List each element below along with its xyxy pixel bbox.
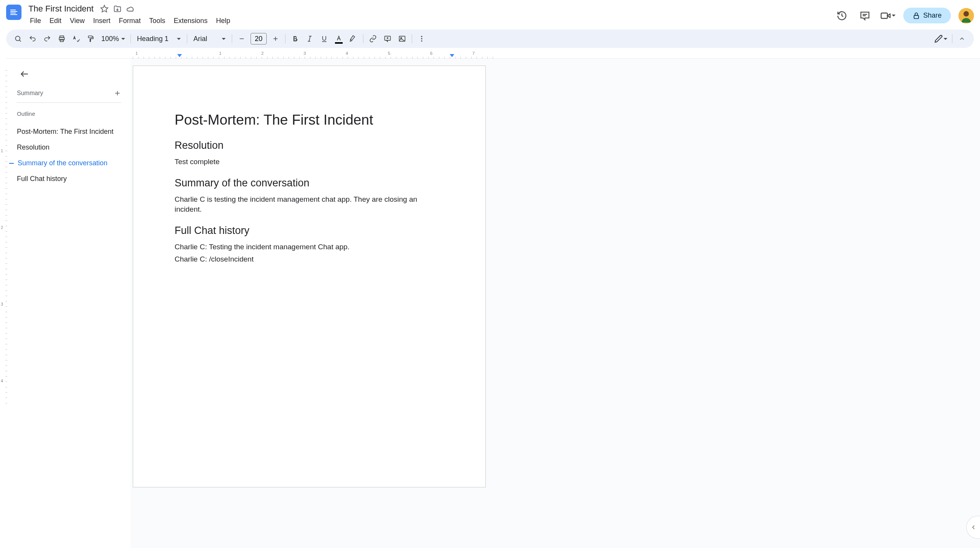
font-size-input[interactable] [251, 33, 267, 44]
arrow-left-icon [20, 69, 30, 79]
paragraph[interactable]: Charlie C is testing the incident manage… [175, 194, 444, 215]
history-icon[interactable] [834, 8, 850, 23]
svg-point-6 [964, 11, 969, 16]
text-color-button[interactable] [332, 32, 345, 45]
ruler-tick: 5 [388, 51, 390, 56]
outline-item[interactable]: Post-Mortem: The First Incident [17, 124, 121, 140]
chevron-down-icon [121, 38, 125, 40]
pencil-icon [934, 35, 943, 43]
separator [130, 34, 131, 43]
zoom-value: 100% [101, 35, 119, 43]
redo-icon[interactable] [41, 32, 54, 45]
zoom-select[interactable]: 100% [99, 35, 127, 43]
italic-button[interactable] [303, 32, 316, 45]
close-outline-button[interactable] [17, 66, 32, 82]
font-family-select[interactable]: Arial [190, 35, 229, 43]
ruler-tick: 6 [430, 51, 432, 56]
spellcheck-icon[interactable] [70, 32, 83, 45]
search-icon[interactable] [12, 32, 25, 45]
cloud-status-icon[interactable] [126, 4, 135, 13]
ruler-tick: 1 [135, 51, 138, 56]
menu-format[interactable]: Format [115, 15, 145, 26]
ruler-tick: 4 [346, 51, 348, 56]
menu-edit[interactable]: Edit [46, 15, 65, 26]
insert-image-button[interactable] [396, 32, 409, 45]
svg-point-27 [421, 40, 422, 41]
paragraph[interactable]: Charlie C: Testing the incident manageme… [175, 242, 444, 252]
text-color-swatch [335, 42, 343, 44]
menu-help[interactable]: Help [212, 15, 234, 26]
more-options-button[interactable] [415, 32, 428, 45]
meet-button[interactable] [880, 8, 896, 23]
outline-item[interactable]: Resolution [17, 140, 121, 155]
account-avatar[interactable] [959, 8, 974, 23]
separator [232, 34, 232, 43]
menu-extensions[interactable]: Extensions [170, 15, 211, 26]
summary-heading: Summary [17, 90, 43, 97]
move-icon[interactable] [113, 4, 122, 13]
paint-format-icon[interactable] [84, 32, 97, 45]
paragraph[interactable]: Charlie C: /closeIncident [175, 254, 444, 265]
heading-title[interactable]: Post-Mortem: The First Incident [175, 112, 444, 128]
undo-icon[interactable] [26, 32, 39, 45]
share-label: Share [923, 12, 942, 20]
add-comment-button[interactable] [381, 32, 394, 45]
paragraph[interactable]: Test complete [175, 157, 444, 167]
menu-file[interactable]: File [26, 15, 45, 26]
collapse-toolbar-button[interactable] [955, 32, 968, 45]
indent-marker-right[interactable] [450, 54, 454, 57]
document-title[interactable]: The First Incident [26, 3, 96, 15]
star-icon[interactable] [100, 4, 109, 13]
font-size-decrease[interactable] [235, 32, 248, 45]
separator [412, 34, 412, 43]
ruler-tick: 1 [219, 51, 221, 56]
menu-tools[interactable]: Tools [145, 15, 169, 26]
editing-mode-button[interactable] [933, 35, 949, 43]
add-summary-button[interactable] [114, 89, 121, 97]
document-canvas[interactable]: Post-Mortem: The First Incident Resoluti… [130, 59, 980, 548]
insert-link-button[interactable] [366, 32, 379, 45]
svg-rect-4 [914, 15, 919, 18]
highlight-color-button[interactable] [347, 32, 360, 45]
heading-resolution[interactable]: Resolution [175, 140, 444, 151]
svg-line-18 [309, 36, 310, 41]
separator [187, 34, 187, 43]
paragraph-style-select[interactable]: Heading 1 [134, 35, 184, 43]
heading-summary[interactable]: Summary of the conversation [175, 177, 444, 189]
svg-point-25 [421, 36, 422, 37]
bold-button[interactable] [289, 32, 302, 45]
menu-insert[interactable]: Insert [89, 15, 114, 26]
ruler-tick: 2 [261, 51, 264, 56]
outline-item-label: Resolution [17, 143, 49, 151]
chevron-down-icon [222, 38, 226, 40]
page[interactable]: Post-Mortem: The First Incident Resoluti… [133, 66, 486, 487]
outline-heading: Outline [17, 110, 121, 117]
outline-item[interactable]: Summary of the conversation [17, 155, 121, 171]
plus-icon [114, 89, 121, 97]
ruler-tick: 3 [304, 51, 306, 56]
comments-icon[interactable] [857, 8, 873, 23]
menu-view[interactable]: View [66, 15, 89, 26]
docs-logo[interactable] [6, 5, 21, 20]
share-button[interactable]: Share [903, 8, 951, 23]
svg-marker-0 [101, 5, 108, 12]
ruler-tick: 7 [472, 51, 475, 56]
toolbar: 100% Heading 1 Arial [6, 30, 974, 48]
heading-chat-history[interactable]: Full Chat history [175, 225, 444, 237]
print-icon[interactable] [55, 32, 68, 45]
indent-marker-left[interactable] [177, 54, 182, 57]
font-size-increase[interactable] [269, 32, 282, 45]
underline-button[interactable] [318, 32, 331, 45]
ruler-tick: 2 [1, 225, 3, 230]
outline-active-indicator [9, 163, 14, 164]
chevron-down-icon [892, 15, 896, 16]
menubar: File Edit View Insert Format Tools Exten… [26, 15, 830, 26]
svg-line-8 [19, 40, 21, 41]
svg-point-26 [421, 38, 422, 39]
svg-rect-3 [881, 13, 887, 18]
horizontal-ruler[interactable]: 11234567 [6, 51, 980, 59]
outline-item-label: Summary of the conversation [18, 159, 107, 167]
outline-item[interactable]: Full Chat history [17, 171, 121, 187]
vertical-ruler[interactable]: 1234 [0, 59, 8, 548]
ruler-tick: 1 [1, 148, 3, 153]
